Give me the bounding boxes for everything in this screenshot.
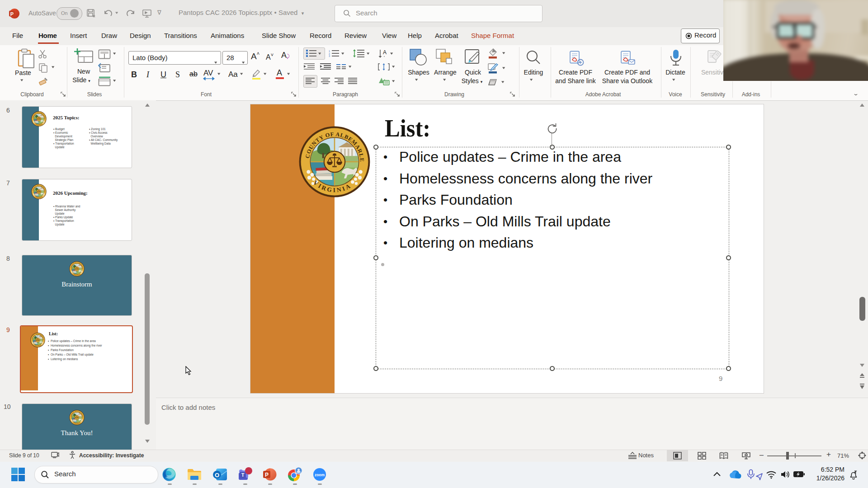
- svg-text:zoom: zoom: [315, 473, 325, 477]
- svg-text:O: O: [215, 472, 219, 479]
- svg-text:A: A: [383, 49, 387, 56]
- svg-text:P: P: [265, 472, 269, 478]
- svg-text:T: T: [241, 472, 245, 478]
- svg-text:3: 3: [329, 55, 330, 57]
- svg-text:P: P: [10, 11, 14, 17]
